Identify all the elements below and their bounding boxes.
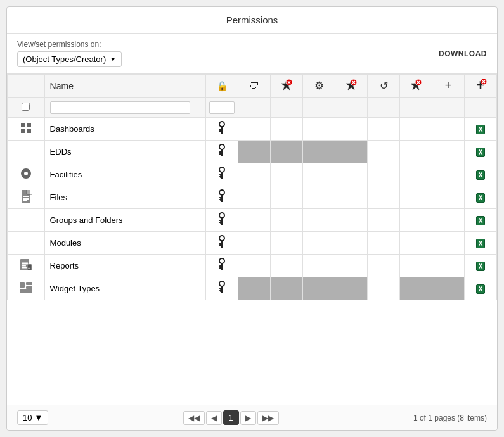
row-type-icon-cell [8, 209, 45, 232]
table-row: ≡ Reports X [8, 255, 497, 277]
current-page: 1 [223, 410, 239, 425]
excel-export-icon[interactable]: X [476, 148, 486, 157]
row-perm-cell-5 [271, 277, 303, 300]
row-perm-cell-7 [335, 255, 368, 277]
row-key-cell [206, 232, 238, 255]
row-perm-cell-8 [368, 141, 400, 163]
permissions-table: Name 🔒 🛡 [7, 74, 497, 300]
row-perm-cell-5 [271, 118, 303, 141]
filter-c6 [368, 98, 400, 118]
toolbar: View/set permissions on: (Object Types/C… [7, 34, 497, 74]
row-name-cell: Modules [44, 232, 206, 255]
svg-point-40 [219, 167, 224, 172]
filter-row [8, 98, 497, 118]
page-next-button[interactable]: ▶ [240, 411, 256, 425]
row-perm-cell-4 [238, 141, 271, 163]
excel-export-icon[interactable]: X [476, 216, 486, 225]
excel-export-icon[interactable]: X [476, 262, 486, 271]
row-perm-cell-7 [335, 186, 368, 209]
row-name-cell: Groups and Folders [44, 209, 206, 232]
badge-red2-icon [345, 79, 358, 94]
row-type-icon-cell [8, 186, 45, 209]
toolbar-left: View/set permissions on: (Object Types/C… [17, 40, 122, 67]
table-row: Dashboards X [8, 118, 497, 141]
svg-rect-85 [26, 282, 32, 285]
filter-name-cell [44, 98, 206, 118]
svg-point-31 [219, 144, 224, 149]
svg-rect-45 [23, 198, 29, 200]
download-button[interactable]: DOWNLOAD [439, 49, 487, 58]
page-last-button[interactable]: ▶▶ [257, 411, 279, 425]
row-perm-cell-6 [303, 186, 335, 209]
row-perm-cell-5 [271, 255, 303, 277]
svg-rect-19 [21, 129, 25, 133]
svg-rect-86 [26, 286, 32, 289]
window-title: Permissions [7, 7, 497, 34]
svg-point-52 [219, 190, 224, 195]
excel-export-icon[interactable]: X [476, 284, 486, 294]
row-type-icon-cell [8, 141, 45, 163]
excel-export-icon[interactable]: X [476, 193, 486, 203]
row-excel-cell: X [465, 186, 497, 209]
row-perm-cell-10 [432, 277, 465, 300]
row-excel-cell: X [465, 232, 497, 255]
filter-name-input[interactable] [50, 101, 190, 114]
page-info: 1 of 1 pages (8 items) [413, 414, 487, 422]
row-excel-cell: X [465, 209, 497, 232]
page-first-button[interactable]: ◀◀ [183, 411, 205, 425]
row-perm-cell-4 [238, 186, 271, 209]
row-excel-cell: X [465, 141, 497, 163]
row-type-icon-cell [8, 163, 45, 186]
row-name-cell: EDDs [44, 141, 206, 163]
th-gear: ⚙ [303, 75, 335, 98]
row-perm-cell-4 [238, 277, 271, 300]
row-perm-cell-10 [432, 118, 465, 141]
svg-point-66 [219, 236, 224, 241]
excel-export-icon[interactable]: X [476, 170, 486, 180]
pagination-bar: 10 ▼ ◀◀ ◀ 1 ▶ ▶▶ 1 of 1 pages (8 items) [7, 405, 497, 430]
row-perm-cell-10 [432, 232, 465, 255]
row-key-cell [206, 255, 238, 277]
filter-c4 [303, 98, 335, 118]
gear-icon: ⚙ [314, 80, 324, 92]
row-perm-cell-4 [238, 255, 271, 277]
row-perm-cell-10 [432, 163, 465, 186]
table-row: Groups and Folders X [8, 209, 497, 232]
table-row: EDDs X [8, 141, 497, 163]
row-name-cell: Facilities [44, 163, 206, 186]
excel-export-icon[interactable]: X [476, 125, 486, 134]
row-perm-cell-10 [432, 141, 465, 163]
row-perm-cell-9 [400, 163, 432, 186]
row-perm-cell-7 [335, 277, 368, 300]
filter-checkbox[interactable] [22, 103, 30, 111]
row-key-cell [206, 277, 238, 300]
row-key-cell [206, 141, 238, 163]
row-perm-cell-10 [432, 186, 465, 209]
th-badge-red [271, 75, 303, 98]
row-type-icon-cell [8, 277, 45, 300]
th-lock: 🔒 [206, 75, 238, 98]
filter-c1-input[interactable] [209, 101, 235, 114]
filter-c3 [271, 98, 303, 118]
th-name: Name [44, 75, 206, 98]
row-perm-cell-8 [368, 209, 400, 232]
chevron-down-icon: ▼ [110, 56, 116, 63]
excel-export-icon[interactable]: X [476, 239, 486, 248]
row-perm-cell-4 [238, 209, 271, 232]
row-perm-cell-5 [271, 141, 303, 163]
row-perm-cell-6 [303, 141, 335, 163]
page-size-button[interactable]: 10 ▼ [17, 410, 48, 425]
object-type-selector[interactable]: (Object Types/Creator) ▼ [17, 51, 122, 67]
row-perm-cell-5 [271, 209, 303, 232]
svg-rect-87 [20, 289, 32, 293]
page-prev-button[interactable]: ◀ [206, 411, 222, 425]
page-size-arrow: ▼ [34, 413, 42, 422]
row-perm-cell-10 [432, 209, 465, 232]
filter-c9 [465, 98, 497, 118]
row-type-icon-cell [8, 232, 45, 255]
row-perm-cell-5 [271, 163, 303, 186]
row-perm-cell-5 [271, 232, 303, 255]
row-perm-cell-9 [400, 209, 432, 232]
svg-rect-17 [21, 123, 25, 127]
row-perm-cell-8 [368, 186, 400, 209]
